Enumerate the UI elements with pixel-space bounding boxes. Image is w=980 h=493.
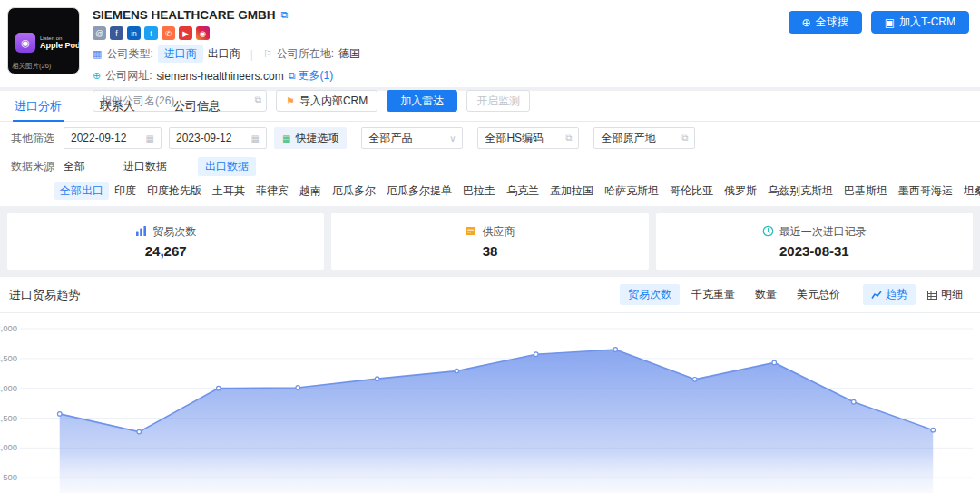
building-icon: ▦: [93, 48, 102, 60]
other-filter-label: 其他筛选: [11, 131, 54, 146]
svg-text:3,000: 3,000: [0, 323, 17, 333]
clock-icon: [762, 225, 774, 240]
company-type-label: 公司类型:: [106, 46, 152, 62]
related-images-label[interactable]: 相关图片(26): [12, 62, 51, 71]
page: ◉ Listen on Apple Podcasts 相关图片(26) SIEM…: [0, 0, 980, 493]
country-filter-14[interactable]: 乌兹别克斯坦: [762, 182, 838, 200]
country-filter-17[interactable]: 坦桑尼亚: [958, 182, 980, 200]
youtube-icon[interactable]: ▶: [179, 26, 192, 40]
country-filter-16[interactable]: 墨西哥海运: [893, 182, 958, 200]
country-filter-12[interactable]: 哥伦比亚: [664, 182, 719, 200]
globe-icon: ⊕: [93, 70, 101, 82]
country-filter-row: 全部出口印度印度抢先版土耳其菲律宾越南厄瓜多尔厄瓜多尔提单巴拉圭乌克兰孟加拉国哈…: [0, 178, 980, 206]
tab-contacts[interactable]: 联系人: [98, 91, 137, 121]
metric-button-kg-weight[interactable]: 千克重量: [683, 284, 743, 305]
source-option-0[interactable]: 全部: [56, 157, 93, 176]
copy-icon[interactable]: ⧉: [281, 9, 289, 21]
country-filter-10[interactable]: 孟加拉国: [544, 182, 599, 200]
stat-label: 贸易次数: [152, 224, 196, 240]
instagram-icon[interactable]: ◉: [196, 26, 210, 40]
product-select[interactable]: 全部产品∨: [361, 127, 463, 149]
stats-row: 贸易次数24,267供应商38最近一次进口记录2023-08-31: [0, 206, 980, 277]
global-search-button[interactable]: ⊕全球搜: [789, 11, 862, 34]
country-filter-7[interactable]: 厄瓜多尔提单: [381, 182, 457, 200]
metric-button-usd-total[interactable]: 美元总价: [789, 284, 848, 305]
company-info: SIEMENS HEALTHCARE GMBH ⧉ @fint✆▶◉ ▦ 公司类…: [93, 7, 530, 82]
trend-icon: [871, 291, 882, 300]
country-filter-3[interactable]: 土耳其: [207, 182, 250, 200]
date-to-input[interactable]: 2023-09-12▦: [169, 127, 267, 149]
view-button-label: 趋势: [886, 287, 907, 302]
stat-card-trade-count: 贸易次数24,267: [7, 213, 324, 270]
importer-tag[interactable]: 进口商: [158, 45, 203, 63]
stat-label-row: 最近一次进口记录: [762, 224, 867, 240]
website-value[interactable]: siemens-healthineers.com: [157, 70, 284, 83]
country-filter-5[interactable]: 越南: [294, 182, 327, 200]
crm-icon: ▣: [885, 16, 895, 29]
add-radar-button[interactable]: 加入雷达: [387, 90, 457, 112]
company-logo[interactable]: ◉ Listen on Apple Podcasts 相关图片(26): [7, 7, 80, 74]
hs-code-select[interactable]: 全部HS编码⧉: [477, 127, 579, 149]
exporter-tag[interactable]: 出口商: [208, 46, 240, 62]
linkedin-icon[interactable]: in: [127, 26, 141, 40]
source-option-1[interactable]: 进口数据: [116, 157, 174, 176]
company-name: SIEMENS HEALTHCARE GMBH: [93, 8, 276, 22]
stat-card-suppliers: 供应商38: [331, 213, 648, 270]
chevron-down-icon: ∨: [449, 133, 456, 143]
location-value: 德国: [338, 46, 360, 62]
date-from-input[interactable]: 2022-09-12▦: [64, 127, 162, 149]
phone-icon[interactable]: ✆: [162, 26, 175, 40]
stat-card-last-import: 最近一次进口记录2023-08-31: [656, 213, 973, 270]
country-filter-11[interactable]: 哈萨克斯坦: [599, 182, 664, 200]
metric-button-quantity[interactable]: 数量: [747, 284, 785, 305]
similar-company-expand-icon[interactable]: ⧉: [255, 94, 261, 105]
bar-chart-icon: [135, 225, 147, 240]
stat-label: 供应商: [482, 224, 514, 240]
list-icon: ⧉: [681, 133, 688, 143]
svg-text:2,000: 2,000: [0, 383, 17, 393]
trade-trend-chart[interactable]: 05001,0001,5002,0002,5003,0002022-092022…: [0, 313, 980, 493]
globe-search-icon: ⊕: [802, 16, 811, 29]
country-filter-4[interactable]: 菲律宾: [250, 182, 294, 200]
svg-text:1,500: 1,500: [0, 413, 17, 423]
source-option-2[interactable]: 出口数据: [198, 157, 256, 176]
tab-company-info[interactable]: 公司信息: [172, 91, 222, 121]
twitter-icon[interactable]: t: [144, 26, 158, 40]
website-icon[interactable]: @: [93, 26, 106, 40]
country-filter-8[interactable]: 巴拉圭: [457, 182, 501, 200]
tab-import-analysis[interactable]: 进口分析: [13, 91, 64, 121]
country-filter-2[interactable]: 印度抢先版: [142, 182, 207, 200]
chart-title: 进口贸易趋势: [9, 287, 80, 303]
stat-value: 24,267: [145, 243, 187, 259]
country-filter-15[interactable]: 巴基斯坦: [838, 182, 893, 200]
calendar-icon: ▦: [251, 133, 260, 143]
country-list-wrap: 全部出口印度印度抢先版土耳其菲律宾越南厄瓜多尔厄瓜多尔提单巴拉圭乌克兰孟加拉国哈…: [54, 182, 980, 200]
view-button-trend[interactable]: 趋势: [863, 284, 916, 305]
stat-value: 2023-08-31: [779, 243, 849, 259]
divider: |: [250, 48, 253, 61]
filter-row: 其他筛选 2022-09-12▦ 2023-09-12▦ ▦快捷选项 全部产品∨…: [0, 122, 980, 153]
country-filter-1[interactable]: 印度: [109, 182, 142, 200]
country-filter-9[interactable]: 乌克兰: [501, 182, 544, 200]
metric-button-trade-count[interactable]: 贸易次数: [620, 284, 680, 305]
calendar-icon: ▦: [146, 133, 154, 143]
country-filter-13[interactable]: 俄罗斯: [719, 182, 762, 200]
podcast-icon: ◉: [15, 33, 35, 53]
data-source-row: 数据来源 全部进口数据出口数据: [0, 153, 980, 178]
view-button-detail[interactable]: 明细: [919, 284, 971, 305]
location-icon: ⚐: [263, 48, 272, 60]
country-filter-6[interactable]: 厄瓜多尔: [327, 182, 381, 200]
add-tcrm-button[interactable]: ▣加入T-CRM: [871, 11, 969, 34]
svg-text:2,500: 2,500: [0, 353, 17, 363]
chart-header: 进口贸易趋势 贸易次数千克重量数量美元总价趋势明细: [0, 277, 980, 313]
svg-text:1,000: 1,000: [0, 442, 17, 452]
source-options: 全部进口数据出口数据: [56, 157, 279, 176]
start-monitor-button[interactable]: 开启监测: [466, 90, 530, 112]
country-filter-0[interactable]: 全部出口: [54, 182, 109, 200]
quick-options-icon: ▦: [282, 133, 290, 143]
quick-options-button[interactable]: ▦快捷选项: [274, 127, 347, 149]
facebook-icon[interactable]: f: [110, 26, 123, 40]
more-link[interactable]: ⧉更多(1): [289, 68, 334, 84]
origin-select[interactable]: 全部原产地⧉: [593, 127, 695, 149]
import-crm-button[interactable]: ⚑导入内部CRM: [276, 90, 377, 112]
